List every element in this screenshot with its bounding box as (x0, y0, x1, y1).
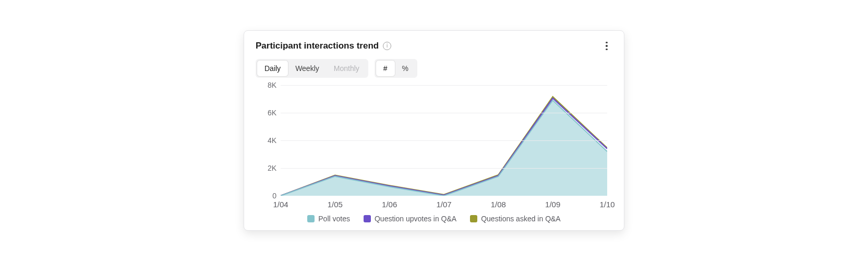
info-icon[interactable]: i (383, 42, 391, 50)
legend-swatch (307, 215, 315, 222)
more-menu-icon[interactable] (601, 40, 612, 52)
x-axis-label: 1/05 (328, 200, 343, 209)
card-header: Participant interactions trend i (256, 40, 612, 52)
gridline (281, 85, 607, 86)
title-wrap: Participant interactions trend i (256, 41, 391, 51)
x-axis-label: 1/08 (491, 200, 506, 209)
unit-toggle: #% (375, 59, 417, 78)
chart-controls: DailyWeeklyMonthly #% (256, 59, 612, 78)
gridline (281, 113, 607, 113)
unit-option-%[interactable]: % (395, 61, 416, 76)
y-axis-label: 4K (256, 136, 276, 145)
x-axis-label: 1/04 (273, 200, 288, 209)
period-toggle: DailyWeeklyMonthly (256, 59, 368, 78)
interactions-trend-card: Participant interactions trend i DailyWe… (244, 30, 624, 231)
unit-option-#[interactable]: # (376, 61, 395, 76)
y-axis-label: 8K (256, 81, 276, 89)
y-axis-label: 6K (256, 109, 276, 117)
y-axis-label: 2K (256, 164, 276, 172)
x-axis-labels: 1/041/051/061/071/081/091/10 (281, 198, 607, 210)
y-axis-label: 0 (256, 192, 276, 200)
legend-label: Questions asked in Q&A (481, 215, 561, 223)
period-option-daily[interactable]: Daily (257, 61, 288, 76)
gridline (281, 168, 607, 169)
legend-item[interactable]: Questions asked in Q&A (470, 215, 561, 223)
x-axis-label: 1/10 (599, 200, 614, 209)
gridline (281, 140, 607, 141)
plot-area: 02K4K6K8K (281, 85, 607, 196)
x-axis-label: 1/07 (436, 200, 451, 209)
legend-item[interactable]: Question upvotes in Q&A (364, 215, 456, 223)
legend-label: Poll votes (318, 215, 350, 223)
x-axis-label: 1/06 (382, 200, 397, 209)
chart-area: 02K4K6K8K 1/041/051/061/071/081/091/10 (256, 85, 612, 210)
card-title: Participant interactions trend (256, 41, 379, 51)
legend-swatch (364, 215, 371, 222)
period-option-weekly[interactable]: Weekly (288, 61, 327, 76)
legend-swatch (470, 215, 477, 222)
chart-legend: Poll votesQuestion upvotes in Q&AQuestio… (256, 215, 612, 223)
legend-item[interactable]: Poll votes (307, 215, 350, 223)
x-axis-label: 1/09 (545, 200, 560, 209)
period-option-monthly: Monthly (327, 61, 367, 76)
legend-label: Question upvotes in Q&A (375, 215, 456, 223)
